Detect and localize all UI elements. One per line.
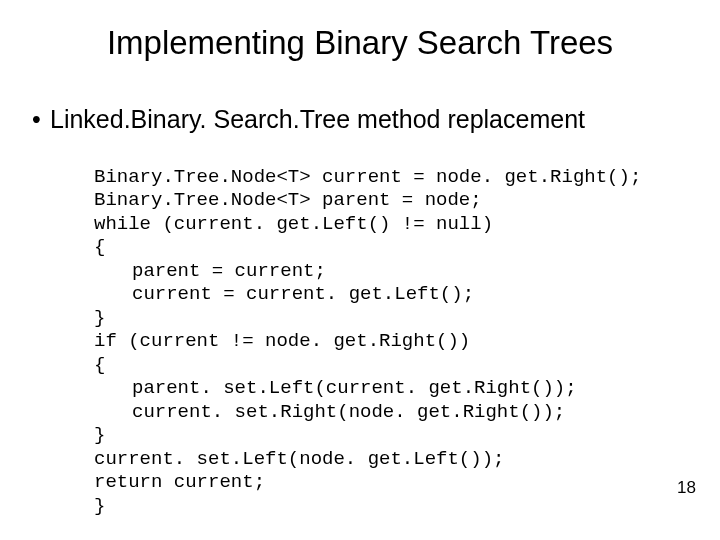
code-line: Binary.Tree.Node<T> current = node. get.… xyxy=(94,166,641,188)
code-line: } xyxy=(94,495,105,517)
code-line: { xyxy=(94,236,105,258)
code-line: while (current. get.Left() != null) xyxy=(94,213,493,235)
slide: Implementing Binary Search Trees •Linked… xyxy=(0,0,720,540)
code-line: parent = current; xyxy=(94,260,326,282)
code-line: } xyxy=(94,424,105,446)
code-line: } xyxy=(94,307,105,329)
slide-title: Implementing Binary Search Trees xyxy=(0,24,720,62)
code-block: Binary.Tree.Node<T> current = node. get.… xyxy=(94,142,641,518)
code-line: Binary.Tree.Node<T> parent = node; xyxy=(94,189,482,211)
code-line: current = current. get.Left(); xyxy=(94,283,474,305)
code-line: if (current != node. get.Right()) xyxy=(94,330,470,352)
code-line: current. set.Left(node. get.Left()); xyxy=(94,448,504,470)
page-number: 18 xyxy=(677,478,696,498)
bullet-text: Linked.Binary. Search.Tree method replac… xyxy=(50,105,585,133)
code-line: return current; xyxy=(94,471,265,493)
code-line: current. set.Right(node. get.Right()); xyxy=(94,401,565,423)
code-line: parent. set.Left(current. get.Right()); xyxy=(94,377,577,399)
bullet-dot: • xyxy=(32,105,50,134)
bullet-line: •Linked.Binary. Search.Tree method repla… xyxy=(32,105,585,134)
code-line: { xyxy=(94,354,105,376)
